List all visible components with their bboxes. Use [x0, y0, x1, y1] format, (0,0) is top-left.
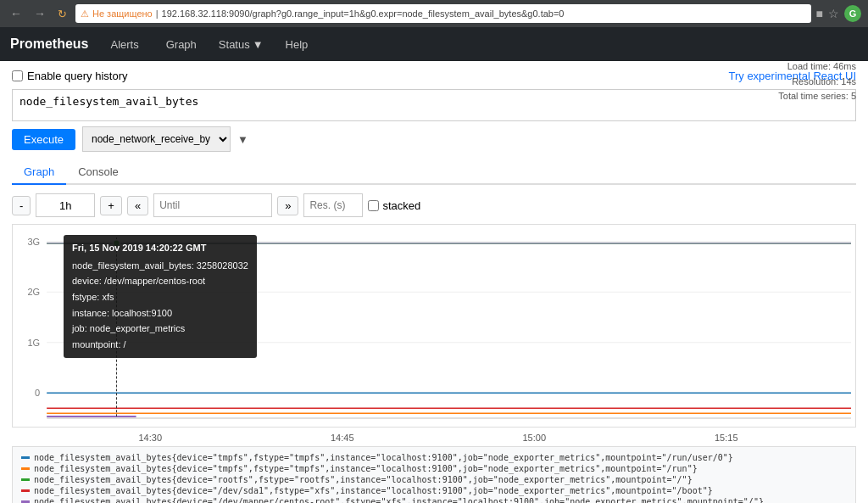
legend-color-3	[21, 489, 30, 492]
browser-chrome: ← → ↻ ⚠ Не защищено | 192.168.32.118:909…	[0, 0, 868, 27]
legend: node_filesystem_avail_bytes{device="tmpf…	[12, 446, 856, 503]
load-time: Load time: 46ms	[778, 59, 856, 75]
time-next-button[interactable]: »	[277, 196, 298, 215]
query-input-row: node_filesystem_avail_bytes	[12, 89, 856, 121]
tooltip-mountpoint: mountpoint: /	[72, 337, 248, 353]
xaxis-label-0: 14:30	[138, 433, 162, 443]
forward-button[interactable]: →	[31, 5, 49, 22]
legend-text-4: node_filesystem_avail_bytes{device="/dev…	[34, 497, 764, 503]
svg-text:0: 0	[35, 388, 40, 398]
range-input[interactable]	[36, 193, 95, 217]
tooltip-metric: node_filesystem_avail_bytes: 3258028032	[72, 258, 248, 274]
tooltip-instance: instance: localhost:9100	[72, 305, 248, 321]
tooltip: Fri, 15 Nov 2019 14:20:22 GMT node_files…	[64, 235, 257, 358]
total-series: Total time series: 5	[778, 89, 856, 104]
xaxis-labels: 14:30 14:45 15:00 15:15	[12, 433, 856, 446]
legend-item-1[interactable]: node_filesystem_avail_bytes{device="tmpf…	[21, 463, 847, 474]
tooltip-device: device: /dev/mapper/centos-root	[72, 273, 248, 289]
nav-graph[interactable]: Graph	[161, 35, 202, 54]
legend-text-2: node_filesystem_avail_bytes{device="root…	[34, 475, 693, 484]
stacked-checkbox[interactable]	[368, 200, 379, 211]
url-text: 192.168.32.118:9090/graph?g0.range_input…	[162, 8, 565, 19]
address-bar[interactable]: ⚠ Не защищено | 192.168.32.118:9090/grap…	[75, 4, 811, 23]
metric-select[interactable]: node_network_receive_by node_network_rec…	[82, 126, 231, 152]
xaxis-label-3: 15:15	[715, 433, 738, 443]
graph-controls: - + « » stacked	[12, 193, 856, 217]
nav-alerts[interactable]: Alerts	[105, 35, 143, 54]
time-prev-button[interactable]: «	[127, 196, 148, 215]
res-input[interactable]	[303, 193, 363, 217]
query-history-row: Enable query history Try experimental Re…	[12, 70, 856, 82]
metric-select-arrow[interactable]: ▼	[237, 133, 248, 146]
legend-color-2	[21, 478, 30, 481]
user-avatar[interactable]: G	[844, 5, 861, 22]
range-minus-button[interactable]: -	[12, 196, 31, 215]
meta-info: Load time: 46ms Resolution: 14s Total ti…	[778, 59, 856, 104]
navbar: Prometheus Alerts Graph Status ▼ Help	[0, 27, 868, 61]
security-warning-icon: ⚠	[81, 8, 89, 20]
query-history-label[interactable]: Enable query history	[12, 70, 128, 82]
until-input[interactable]	[153, 193, 272, 217]
main-content: Enable query history Try experimental Re…	[0, 61, 868, 503]
execute-button[interactable]: Execute	[12, 129, 75, 150]
tooltip-datetime: Fri, 15 Nov 2019 14:20:22 GMT	[72, 240, 248, 256]
reload-button[interactable]: ↻	[54, 6, 70, 22]
legend-text-0: node_filesystem_avail_bytes{device="tmpf…	[34, 453, 733, 462]
chart-container: 3G 2G 1G 0 Fri, 15	[12, 224, 856, 428]
query-history-checkbox[interactable]	[12, 70, 23, 81]
legend-color-1	[21, 467, 30, 470]
execute-row: Execute node_network_receive_by node_net…	[12, 126, 856, 152]
bookmark-icon[interactable]: ☆	[828, 7, 839, 20]
xaxis-label-2: 15:00	[522, 433, 546, 443]
brand-logo: Prometheus	[10, 36, 88, 52]
svg-text:2G: 2G	[27, 287, 40, 297]
resolution: Resolution: 14s	[778, 75, 856, 90]
xaxis-label-1: 14:45	[331, 433, 354, 443]
legend-color-0	[21, 456, 30, 459]
back-button[interactable]: ←	[7, 5, 25, 22]
browser-actions: ■ ☆ G	[816, 5, 861, 22]
svg-text:1G: 1G	[27, 338, 40, 348]
legend-item-4[interactable]: node_filesystem_avail_bytes{device="/dev…	[21, 496, 847, 503]
svg-text:3G: 3G	[27, 237, 40, 247]
security-warning-text: Не защищено	[92, 8, 153, 19]
query-input[interactable]: node_filesystem_avail_bytes	[12, 89, 856, 121]
extensions-icon[interactable]: ■	[816, 7, 823, 20]
tooltip-job: job: node_exporter_metrics	[72, 321, 248, 337]
tooltip-fstype: fstype: xfs	[72, 289, 248, 305]
legend-text-3: node_filesystem_avail_bytes{device="/dev…	[34, 486, 713, 495]
tab-graph[interactable]: Graph	[12, 160, 66, 185]
legend-item-0[interactable]: node_filesystem_avail_bytes{device="tmpf…	[21, 452, 847, 463]
stacked-label[interactable]: stacked	[368, 199, 420, 212]
legend-text-1: node_filesystem_avail_bytes{device="tmpf…	[34, 464, 698, 473]
range-plus-button[interactable]: +	[100, 196, 122, 215]
nav-status-dropdown[interactable]: Status ▼	[219, 38, 264, 51]
tab-console[interactable]: Console	[66, 160, 131, 185]
legend-item-3[interactable]: node_filesystem_avail_bytes{device="/dev…	[21, 485, 847, 496]
nav-help[interactable]: Help	[281, 35, 314, 54]
legend-item-2[interactable]: node_filesystem_avail_bytes{device="root…	[21, 474, 847, 485]
tabs: Graph Console	[12, 160, 856, 185]
